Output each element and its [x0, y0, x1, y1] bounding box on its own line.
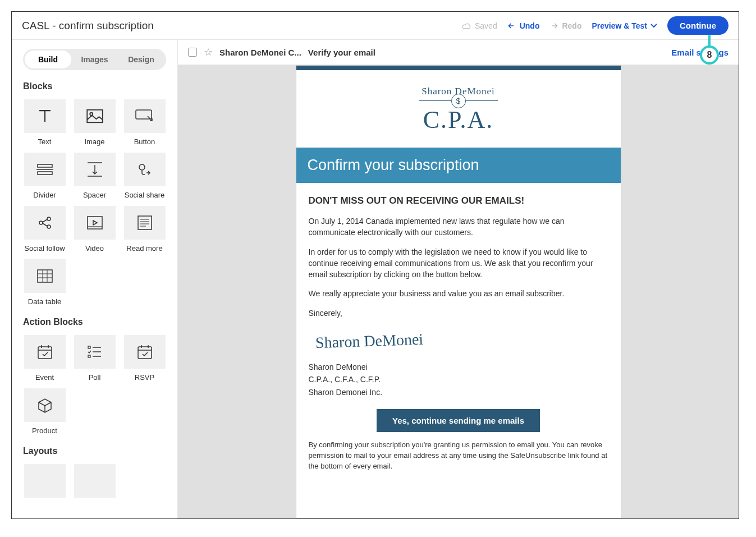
undo-button[interactable]: Undo: [507, 21, 540, 30]
block-label: Video: [85, 244, 104, 253]
chevron-down-icon: [650, 24, 657, 28]
select-checkbox[interactable]: [188, 48, 197, 57]
image-icon: [74, 99, 116, 133]
block-rsvp[interactable]: RSVP: [123, 335, 166, 382]
preview-test-button[interactable]: Preview & Test: [592, 21, 657, 30]
block-image[interactable]: Image: [73, 99, 116, 146]
block-video[interactable]: Video: [73, 206, 116, 253]
block-text[interactable]: Text: [23, 99, 66, 146]
from-name[interactable]: Sharon DeMonei C...: [219, 48, 301, 57]
divider-icon: [24, 153, 66, 186]
block-label: Product: [32, 426, 57, 435]
svg-rect-26: [38, 347, 52, 359]
email-top-stripe: [296, 66, 621, 70]
block-label: Social share: [125, 191, 165, 199]
block-event[interactable]: Event: [23, 335, 66, 382]
spacer-icon: [74, 153, 116, 186]
text-icon: [24, 99, 66, 133]
layout-item[interactable]: [73, 464, 116, 498]
svg-point-8: [139, 164, 145, 170]
layout-item[interactable]: [23, 464, 66, 498]
saved-indicator: Saved: [461, 21, 497, 30]
block-divider[interactable]: Divider: [23, 153, 66, 199]
email-logo[interactable]: Sharon DeMonei $ C.P.A.: [296, 70, 621, 148]
block-label: Read more: [126, 244, 162, 253]
block-socialshare[interactable]: Social share: [123, 153, 166, 199]
block-label: Event: [35, 373, 54, 382]
action-blocks-header: Action Blocks: [23, 317, 166, 327]
datatable-icon: [24, 259, 66, 293]
block-label: Button: [134, 137, 155, 146]
video-icon: [74, 206, 116, 240]
readmore-icon: [124, 206, 166, 240]
undo-icon: [507, 22, 516, 30]
svg-rect-31: [88, 355, 90, 357]
svg-rect-21: [38, 270, 52, 282]
canvas: ☆ Sharon DeMonei C... Verify your email …: [178, 40, 739, 518]
svg-rect-14: [88, 217, 102, 229]
tab-design[interactable]: Design: [118, 51, 164, 68]
poll-icon: [74, 335, 116, 369]
blocks-header: Blocks: [23, 81, 166, 91]
svg-rect-3: [38, 164, 52, 167]
block-product[interactable]: Product: [23, 388, 66, 435]
block-label: Data table: [28, 297, 61, 306]
block-label: Text: [38, 137, 52, 146]
svg-rect-5: [38, 172, 52, 175]
block-datatable[interactable]: Data table: [23, 259, 66, 306]
svg-rect-30: [88, 346, 90, 348]
block-spacer[interactable]: Spacer: [73, 153, 116, 199]
event-icon: [24, 335, 66, 369]
block-label: Image: [84, 137, 104, 146]
star-icon[interactable]: ☆: [204, 46, 213, 58]
annotation-badge: 8: [700, 45, 719, 65]
svg-rect-35: [138, 347, 152, 359]
email-body-text[interactable]: DON'T MISS OUT ON RECEIVING OUR EMAILS! …: [296, 183, 621, 492]
block-label: Poll: [89, 373, 101, 382]
sidebar: Build Images Design Blocks TextImageButt…: [12, 40, 178, 518]
cloud-icon: [461, 22, 471, 30]
subject-line[interactable]: Verify your email: [308, 48, 375, 57]
socialshare-icon: [124, 153, 166, 186]
socialfollow-icon: [24, 206, 66, 240]
tab-images[interactable]: Images: [71, 51, 118, 68]
block-poll[interactable]: Poll: [73, 335, 116, 382]
cta-button[interactable]: Yes, continue sending me emails: [377, 409, 540, 432]
redo-button: Redo: [549, 21, 581, 30]
dollar-icon: $: [451, 94, 466, 108]
product-icon: [24, 388, 66, 422]
svg-rect-16: [138, 216, 152, 230]
continue-button[interactable]: Continue: [667, 16, 728, 35]
svg-line-13: [43, 223, 47, 226]
block-socialfollow[interactable]: Social follow: [23, 206, 66, 253]
disclaimer-text: By confirming your subscription you're g…: [309, 440, 608, 472]
block-label: RSVP: [135, 373, 154, 382]
layouts-header: Layouts: [23, 446, 166, 456]
confirm-banner[interactable]: Confirm your subscription: [296, 148, 621, 183]
svg-point-9: [39, 221, 43, 224]
tab-build[interactable]: Build: [25, 51, 71, 68]
signature-image: Sharon DeMonei: [315, 331, 423, 352]
sidebar-tabs: Build Images Design: [23, 49, 166, 70]
topbar: CASL - confirm subscription Saved Undo R…: [12, 12, 739, 40]
email-preview[interactable]: Sharon DeMonei $ C.P.A. Confirm your sub…: [296, 65, 621, 518]
svg-rect-0: [87, 110, 103, 123]
svg-point-10: [47, 217, 51, 221]
block-label: Spacer: [83, 191, 106, 199]
block-button[interactable]: Button: [123, 99, 166, 146]
block-label: Divider: [33, 191, 56, 199]
button-icon: [124, 99, 166, 133]
canvas-header: ☆ Sharon DeMonei C... Verify your email …: [178, 40, 739, 65]
canvas-body[interactable]: Sharon DeMonei $ C.P.A. Confirm your sub…: [178, 65, 739, 518]
block-readmore[interactable]: Read more: [123, 206, 166, 253]
block-label: Social follow: [24, 244, 65, 253]
svg-line-12: [43, 219, 47, 222]
rsvp-icon: [124, 335, 166, 369]
page-title: CASL - confirm subscription: [22, 20, 461, 32]
redo-icon: [549, 22, 558, 30]
svg-point-11: [47, 225, 51, 228]
